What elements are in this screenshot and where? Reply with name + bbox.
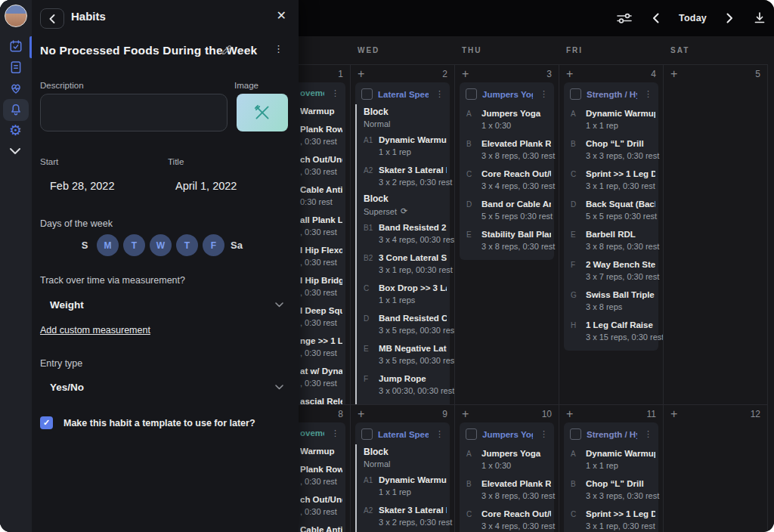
exercise-row[interactable]: FJump Rope3 x 00:30, 00:30 rest bbox=[357, 370, 450, 400]
workout-card[interactable]: Strength / Hypertro...⋮ADynamic Warmup1 … bbox=[564, 422, 658, 532]
workout-complete-checkbox[interactable] bbox=[570, 88, 581, 100]
add-workout-button[interactable]: + bbox=[462, 409, 469, 419]
exercise-row[interactable]: AJumpers Yoga1 x 0:30 bbox=[460, 104, 554, 135]
exercise-row[interactable]: A2Skater 3 Lateral Hops >> ...3 x 2 reps… bbox=[357, 501, 450, 531]
day-toggle-s[interactable]: S bbox=[77, 234, 92, 256]
day-toggle-w[interactable]: W bbox=[150, 234, 172, 256]
exercise-row[interactable]: CSprint >> 1 Leg Declarations3 x 1 rep, … bbox=[564, 165, 658, 195]
end-date-value[interactable]: April 1, 2022 bbox=[175, 180, 237, 192]
workout-title[interactable]: Strength / Hypertro... bbox=[587, 430, 637, 439]
exercise-row[interactable]: EBarbell RDL3 x 8 reps, 0:30 rest bbox=[564, 225, 658, 255]
exercise-row[interactable]: DBand or Cable Anti Rotati...5 x 5 reps … bbox=[460, 195, 554, 225]
add-custom-measurement-link[interactable]: Add custom measurement bbox=[40, 325, 150, 336]
exercise-row[interactable]: GSwiss Ball Triple Threat3 x 8 reps bbox=[564, 286, 658, 316]
workout-title[interactable]: Jumpers Yoga / Core bbox=[482, 90, 533, 99]
exercise-row[interactable]: H1 Leg Calf Raise3 x 15 reps, 0:30 rest bbox=[564, 316, 658, 346]
workout-title[interactable]: Lateral Speed / Plyo bbox=[378, 90, 429, 99]
template-checkbox[interactable]: ✓ bbox=[40, 416, 53, 429]
add-workout-button[interactable]: + bbox=[358, 69, 364, 79]
day-toggle-t[interactable]: T bbox=[123, 234, 145, 256]
chevron-down-icon[interactable] bbox=[275, 302, 283, 308]
start-date-value[interactable]: Feb 28, 2022 bbox=[50, 180, 114, 192]
workout-menu-icon[interactable]: ⋮ bbox=[330, 429, 341, 438]
habit-menu-icon[interactable]: ⋮ bbox=[274, 43, 283, 54]
workout-card[interactable]: Jumpers Yoga / Core⋮AJumpers Yoga1 x 0:3… bbox=[460, 422, 554, 532]
add-workout-button[interactable]: + bbox=[566, 409, 573, 419]
entry-type-select[interactable]: Yes/No bbox=[50, 382, 84, 393]
workout-menu-icon[interactable]: ⋮ bbox=[434, 430, 445, 438]
add-workout-button[interactable]: + bbox=[566, 69, 573, 79]
workout-title[interactable]: Lateral Speed / Plyo bbox=[378, 430, 429, 439]
exercise-row[interactable]: A2Skater 3 Lateral Hops >> ...3 x 2 reps… bbox=[357, 161, 450, 191]
day-toggle-sa[interactable]: Sa bbox=[229, 234, 244, 256]
exercise-row[interactable]: ADynamic Warmup1 x 1 rep bbox=[564, 104, 658, 135]
template-checkbox-row[interactable]: ✓ Make this habit a template to use for … bbox=[40, 416, 255, 429]
exercise-row[interactable]: EMB Negative Lateral Hop...3 x 5 reps, 0… bbox=[357, 339, 450, 370]
today-button[interactable]: Today bbox=[679, 13, 707, 23]
avatar[interactable] bbox=[5, 5, 27, 27]
workout-title[interactable]: Strength / Hypertro... bbox=[587, 90, 637, 99]
exercise-row[interactable]: B23 Cone Lateral Slide3 x 1 rep, 00:30 r… bbox=[357, 249, 450, 279]
calendar-cell[interactable]: +2Lateral Speed / Plyo⋮BlockNormalA1Dyna… bbox=[351, 64, 455, 404]
exercise-row[interactable]: A1Dynamic Warmup1 x 1 rep bbox=[357, 471, 450, 501]
calendar-cell[interactable]: +12 bbox=[664, 404, 768, 532]
workout-card[interactable]: Lateral Speed / Plyo⋮BlockNormalA1Dynami… bbox=[355, 422, 450, 532]
prev-week-button[interactable] bbox=[652, 13, 659, 23]
chevron-down-icon[interactable] bbox=[275, 385, 283, 390]
day-toggle-f[interactable]: F bbox=[203, 234, 224, 256]
workout-complete-checkbox[interactable] bbox=[361, 88, 373, 100]
document-icon[interactable] bbox=[9, 60, 23, 74]
workout-complete-checkbox[interactable] bbox=[466, 428, 477, 440]
workout-card[interactable]: Lateral Speed / Plyo⋮BlockNormalA1Dynami… bbox=[355, 82, 450, 404]
workout-card[interactable]: Strength / Hypertro...⋮ADynamic Warmup1 … bbox=[564, 82, 658, 351]
filters-icon[interactable] bbox=[616, 11, 633, 25]
add-workout-button[interactable]: + bbox=[462, 69, 469, 79]
exercise-row[interactable]: A1Dynamic Warmup1 x 1 rep bbox=[357, 131, 450, 161]
heart-pulse-icon[interactable] bbox=[9, 82, 23, 95]
close-icon[interactable]: ✕ bbox=[277, 8, 286, 23]
workout-menu-icon[interactable]: ⋮ bbox=[434, 90, 445, 98]
chevron-down-icon[interactable] bbox=[9, 147, 21, 155]
workout-complete-checkbox[interactable] bbox=[570, 428, 581, 440]
gear-icon[interactable]: ⚙ bbox=[9, 123, 22, 138]
exercise-row[interactable]: BElevated Plank Row3 x 8 reps, 0:30 rest bbox=[460, 475, 554, 505]
habit-image[interactable] bbox=[237, 94, 288, 131]
exercise-row[interactable]: EStability Ball Plank Linear ...3 x 8 re… bbox=[460, 225, 554, 255]
add-workout-button[interactable]: + bbox=[670, 69, 677, 79]
workout-complete-checkbox[interactable] bbox=[466, 88, 477, 100]
exercise-row[interactable]: BChop “L” Drill3 x 3 reps, 0:30 rest bbox=[564, 475, 658, 505]
workout-title[interactable]: Jumpers Yoga / Core bbox=[482, 430, 533, 439]
exercise-row[interactable]: CBox Drop >> 3 Lateral H...1 x 1 reps bbox=[357, 279, 450, 309]
workout-title[interactable]: ovement Q... bbox=[300, 428, 324, 438]
workout-menu-icon[interactable]: ⋮ bbox=[538, 430, 550, 438]
day-toggle-t[interactable]: T bbox=[176, 234, 198, 256]
calendar-cell[interactable]: +10Jumpers Yoga / Core⋮AJumpers Yoga1 x … bbox=[455, 404, 559, 532]
day-toggle-m[interactable]: M bbox=[97, 234, 119, 256]
exercise-row[interactable]: BChop “L” Drill3 x 3 reps, 0:30 rest bbox=[564, 135, 658, 165]
calendar-cell[interactable]: +4Strength / Hypertro...⋮ADynamic Warmup… bbox=[559, 64, 664, 404]
workout-menu-icon[interactable]: ⋮ bbox=[330, 89, 341, 97]
next-week-button[interactable] bbox=[726, 13, 733, 23]
exercise-row[interactable]: CCore Reach Out/Under3 x 4 reps, 0:30 re… bbox=[460, 165, 554, 195]
exercise-row[interactable]: CCore Reach Out/Under3 x 4 reps, 0:30 re… bbox=[460, 505, 554, 532]
calendar-cell[interactable]: +11Strength / Hypertro...⋮ADynamic Warmu… bbox=[559, 404, 664, 532]
exercise-row[interactable]: BElevated Plank Row3 x 8 reps, 0:30 rest bbox=[460, 135, 554, 165]
exercise-row[interactable]: B1Band Resisted 2 Step Late...3 x 4 reps… bbox=[357, 218, 450, 249]
workout-menu-icon[interactable]: ⋮ bbox=[642, 90, 654, 98]
exercise-row[interactable]: F2 Way Bench Step Up3 x 7 reps, 0:30 res… bbox=[564, 255, 658, 286]
exercise-row[interactable]: DBand Resisted Crossover...3 x 5 reps, 0… bbox=[357, 309, 450, 339]
workout-menu-icon[interactable]: ⋮ bbox=[538, 90, 550, 98]
add-workout-button[interactable]: + bbox=[358, 409, 364, 419]
workout-menu-icon[interactable]: ⋮ bbox=[642, 430, 654, 438]
workout-complete-checkbox[interactable] bbox=[361, 428, 373, 440]
calendar-cell[interactable]: +5 bbox=[664, 64, 768, 404]
calendar-check-icon[interactable] bbox=[9, 39, 23, 53]
exercise-row[interactable]: AJumpers Yoga1 x 0:30 bbox=[460, 444, 554, 475]
workout-card[interactable]: Jumpers Yoga / Core⋮AJumpers Yoga1 x 0:3… bbox=[460, 82, 554, 260]
back-button[interactable] bbox=[40, 8, 64, 29]
exercise-row[interactable]: CSprint >> 1 Leg Declarations3 x 1 rep, … bbox=[564, 505, 658, 532]
calendar-cell[interactable]: +3Jumpers Yoga / Core⋮AJumpers Yoga1 x 0… bbox=[455, 64, 559, 404]
exercise-row[interactable]: ADynamic Warmup1 x 1 rep bbox=[564, 444, 658, 475]
download-icon[interactable] bbox=[753, 11, 766, 25]
measurement-select[interactable]: Weight bbox=[50, 299, 84, 311]
